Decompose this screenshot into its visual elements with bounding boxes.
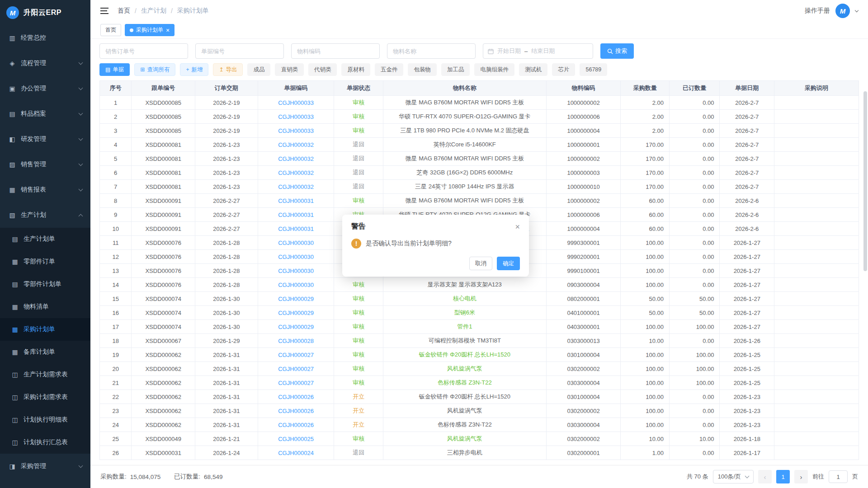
sidebar-subitem-production-plan-demand[interactable]: ◫生产计划需求表	[0, 363, 90, 386]
doc-link[interactable]: CGJH000031	[278, 225, 314, 232]
cell-delivery-date: 2026-1-23	[195, 152, 258, 166]
sidebar-subitem-production-plan-order[interactable]: ▤生产计划单	[0, 228, 90, 250]
cell-doc-no: CGJH000032	[258, 180, 334, 194]
doc-no-input[interactable]	[195, 43, 284, 59]
doc-link[interactable]: CGJH000027	[278, 366, 314, 372]
sidebar-subitem-parts-order[interactable]: ▦零部件订单	[0, 250, 90, 273]
sidebar-item-process-management[interactable]: ◈流程管理	[0, 51, 90, 76]
doc-link[interactable]: CGJH000024	[278, 450, 314, 456]
cell-purchase-qty: 100.00	[621, 418, 670, 432]
cell-delivery-date: 2026-1-28	[195, 278, 258, 292]
category-button-6[interactable]: 加工品	[441, 63, 470, 76]
search-button[interactable]: 搜索	[600, 43, 634, 59]
sidebar-item-production-plan[interactable]: ▧生产计划	[0, 202, 90, 228]
doc-link[interactable]: CGJH000032	[278, 169, 314, 176]
category-button-2[interactable]: 代销类	[308, 63, 337, 76]
cell-material-name: 芝奇 32GB (16G×2) DDR5 6000MHz	[383, 166, 546, 180]
category-button-9[interactable]: 芯片	[552, 63, 575, 76]
date-range-picker[interactable]: 开始日期 – 结束日期	[483, 43, 593, 59]
doc-link[interactable]: CGJH000030	[278, 282, 314, 288]
status-badge: 审核	[334, 110, 383, 124]
sidebar-item-business-dashboard[interactable]: ▥经营总控	[0, 25, 90, 51]
sidebar-item-workshop-settings[interactable]: ▩车间设置	[0, 479, 90, 488]
sidebar-subitem-bom-list[interactable]: ▦物料清单	[0, 296, 90, 318]
sidebar-subitem-plan-execution-summary[interactable]: ◫计划执行汇总表	[0, 431, 90, 454]
column-header-9: 单据日期	[720, 81, 774, 96]
sidebar-item-material-archive[interactable]: ▤料品档案	[0, 101, 90, 127]
doc-link[interactable]: CGJH000025	[278, 436, 314, 442]
sidebar-item-sales-report[interactable]: ▦销售报表	[0, 177, 90, 202]
close-icon[interactable]: ×	[515, 223, 520, 231]
cell-ordered-qty: 50.00	[669, 292, 720, 306]
doc-link[interactable]: CGJH000031	[278, 197, 314, 204]
page-1-button[interactable]: 1	[776, 470, 790, 483]
doc-link[interactable]: CGJH000029	[278, 324, 314, 330]
cell-material-name: 色标传感器 Z3N-T22	[383, 376, 546, 390]
sidebar-subitem-purchase-plan-demand[interactable]: ◫采购计划需求表	[0, 386, 90, 408]
doc-link[interactable]: CGJH000033	[278, 113, 314, 120]
sidebar-item-office-management[interactable]: ▣办公管理	[0, 76, 90, 101]
cancel-button[interactable]: 取消	[469, 257, 492, 270]
manual-link[interactable]: 操作手册	[805, 7, 830, 15]
doc-link[interactable]: CGJH000026	[278, 394, 314, 400]
avatar[interactable]: M	[835, 4, 850, 18]
menu-collapse-icon[interactable]	[100, 8, 108, 14]
goto-page-input[interactable]	[829, 470, 848, 483]
doc-link[interactable]: CGJH000032	[278, 141, 314, 148]
tab-home[interactable]: 首页	[100, 24, 121, 36]
doc-link[interactable]: CGJH000026	[278, 422, 314, 428]
category-button-8[interactable]: 测试机	[519, 63, 548, 76]
doc-link[interactable]: CGJH000029	[278, 296, 314, 302]
export-button[interactable]: ↥ 导出	[213, 63, 243, 76]
doc-link[interactable]: CGJH000032	[278, 155, 314, 162]
tab-purchase-plan[interactable]: 采购计划单 ×	[125, 24, 175, 36]
next-page-button[interactable]: ›	[794, 470, 808, 483]
query-all-button[interactable]: ⊞ 查询所有	[134, 63, 175, 76]
breadcrumb-production-plan[interactable]: 生产计划	[141, 7, 166, 15]
chevron-down-icon[interactable]	[855, 8, 859, 12]
category-button-1[interactable]: 直销类	[275, 63, 304, 76]
category-button-5[interactable]: 包装物	[408, 63, 437, 76]
category-button-10[interactable]: 56789	[580, 63, 607, 76]
sales-order-input[interactable]	[99, 43, 188, 59]
material-code-input[interactable]	[291, 43, 380, 59]
breadcrumb-home[interactable]: 首页	[118, 7, 130, 15]
document-button[interactable]: ▤ 单据	[99, 63, 130, 76]
doc-link[interactable]: CGJH000030	[278, 267, 314, 274]
category-button-7[interactable]: 电脑组装件	[474, 63, 514, 76]
doc-link[interactable]: CGJH000027	[278, 380, 314, 386]
table-scrollbar[interactable]	[863, 91, 867, 271]
sidebar-subitem-parts-plan-order[interactable]: ▤零部件计划单	[0, 273, 90, 296]
close-icon[interactable]: ×	[166, 27, 170, 33]
doc-link[interactable]: CGJH000028	[278, 338, 314, 344]
doc-link[interactable]: CGJH000032	[278, 183, 314, 190]
doc-link[interactable]: CGJH000030	[278, 253, 314, 260]
status-badge: 审核	[334, 348, 383, 362]
doc-link[interactable]: CGJH000033	[278, 127, 314, 134]
sidebar-subitem-plan-execution-detail[interactable]: ◫计划执行明细表	[0, 408, 90, 431]
confirm-button[interactable]: 确定	[497, 257, 520, 270]
sidebar-subitem-label: 备库计划单	[24, 348, 82, 356]
doc-link[interactable]: CGJH000026	[278, 408, 314, 414]
doc-link[interactable]: CGJH000029	[278, 310, 314, 316]
category-button-4[interactable]: 五金件	[375, 63, 404, 76]
material-name-input[interactable]	[387, 43, 476, 59]
sidebar-subitem-label: 零部件订单	[24, 258, 82, 266]
cell-material-name: 英特尔Core i5-14600KF	[383, 138, 546, 152]
sidebar-item-sales-management[interactable]: ▨销售管理	[0, 152, 90, 177]
cell-doc-date: 2026-2-7	[720, 110, 774, 124]
doc-link[interactable]: CGJH000033	[278, 99, 314, 106]
column-header-6: 物料编码	[546, 81, 621, 96]
add-button[interactable]: + 新增	[180, 63, 208, 76]
doc-link[interactable]: CGJH000030	[278, 239, 314, 246]
sidebar-subitem-purchase-plan-order[interactable]: ▦采购计划单	[0, 318, 90, 341]
sidebar-subitem-stock-plan-order[interactable]: ▦备库计划单	[0, 341, 90, 363]
doc-link[interactable]: CGJH000027	[278, 352, 314, 358]
category-button-3[interactable]: 原材料	[341, 63, 370, 76]
sidebar-item-rd-management[interactable]: ◧研发管理	[0, 127, 90, 152]
prev-page-button[interactable]: ‹	[758, 470, 772, 483]
category-button-0[interactable]: 成品	[247, 63, 270, 76]
doc-link[interactable]: CGJH000031	[278, 211, 314, 218]
page-size-select[interactable]: 100条/页	[713, 470, 754, 483]
sidebar-item-purchase-management[interactable]: ◨采购管理	[0, 454, 90, 479]
